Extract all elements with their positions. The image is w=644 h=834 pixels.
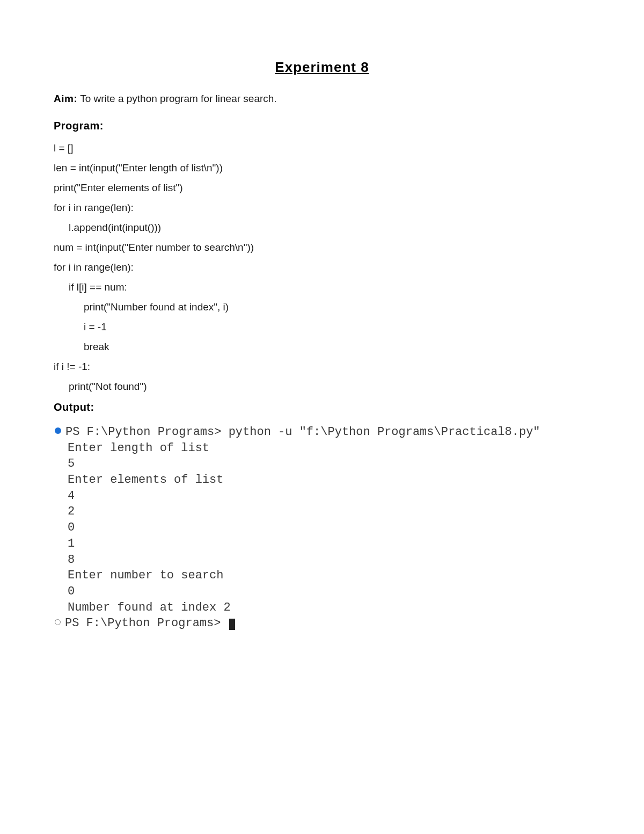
- code-line: for i in range(len):: [54, 262, 590, 272]
- output-heading: Output:: [54, 401, 590, 414]
- code-line: if i != -1:: [54, 361, 590, 372]
- code-line: l.append(int(input())): [54, 222, 590, 233]
- terminal-line: 1: [55, 536, 590, 552]
- terminal-line: 8: [55, 552, 590, 568]
- terminal-line: 0: [55, 520, 590, 536]
- terminal-line: Enter number to search: [55, 568, 590, 584]
- code-line: i = -1: [54, 322, 590, 332]
- aim-line: Aim: To write a python program for linea…: [54, 93, 590, 105]
- terminal-output: PS F:\Python Programs> python -u "f:\Pyt…: [54, 424, 590, 632]
- terminal-line: 5: [55, 456, 590, 472]
- page-title: Experiment 8: [54, 59, 590, 76]
- code-line: if l[i] == num:: [54, 282, 590, 292]
- terminal-prompt-line: PS F:\Python Programs> python -u "f:\Pyt…: [55, 424, 590, 440]
- code-line: print("Not found"): [54, 381, 590, 391]
- terminal-line: 2: [55, 504, 590, 520]
- bullet-empty-icon: [55, 619, 61, 625]
- code-line: break: [54, 342, 590, 352]
- code-line: print("Number found at index", i): [54, 302, 590, 312]
- terminal-prompt: PS F:\Python Programs> python -u "f:\Pyt…: [65, 425, 540, 439]
- cursor-icon: [229, 619, 235, 630]
- code-line: len = int(input("Enter length of list\n"…: [54, 163, 590, 173]
- terminal-line: Enter elements of list: [55, 472, 590, 488]
- terminal-line: 4: [55, 488, 590, 504]
- terminal-line: Enter length of list: [55, 440, 590, 456]
- aim-text: To write a python program for linear sea…: [77, 93, 276, 104]
- terminal-line: Number found at index 2: [55, 600, 590, 616]
- bullet-filled-icon: [55, 427, 61, 434]
- code-line: for i in range(len):: [54, 202, 590, 213]
- terminal-prompt: PS F:\Python Programs>: [65, 617, 228, 630]
- terminal-line: 0: [55, 584, 590, 600]
- aim-label: Aim:: [54, 93, 77, 104]
- program-code: l = [] len = int(input("Enter length of …: [54, 143, 590, 391]
- terminal-prompt-line: PS F:\Python Programs>: [55, 615, 590, 632]
- code-line: num = int(input("Enter number to search\…: [54, 242, 590, 252]
- code-line: print("Enter elements of list"): [54, 183, 590, 193]
- code-line: l = []: [54, 143, 590, 153]
- program-heading: Program:: [54, 120, 590, 132]
